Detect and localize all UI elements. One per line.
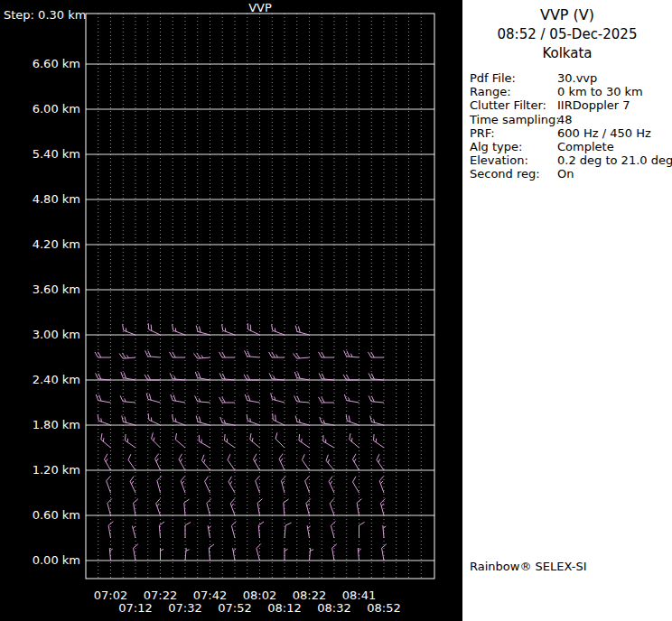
- y-axis-tick-label: 1.80 km: [33, 418, 80, 431]
- wind-barb-chart: 6.60 km6.00 km5.40 km4.80 km4.20 km3.60 …: [0, 0, 462, 621]
- chart-region: 6.60 km6.00 km5.40 km4.80 km4.20 km3.60 …: [0, 0, 462, 621]
- x-axis-tick-label: 08:32: [317, 601, 350, 615]
- info-field-label: Pdf File:: [470, 71, 557, 85]
- x-axis-tick-label: 07:02: [94, 589, 127, 602]
- info-panel: VVP (V) 08:52 / 05-Dec-2025 Kolkata Pdf …: [462, 0, 672, 621]
- info-field-value: 30.vvp: [557, 71, 597, 85]
- info-field-value: 0.2 deg to 21.0 deg: [557, 153, 672, 167]
- x-axis-tick-label: 08:41: [342, 589, 376, 602]
- y-axis-tick-label: 6.00 km: [33, 102, 80, 116]
- x-axis-tick-label: 07:42: [193, 589, 227, 602]
- info-field-label: Clutter Filter:: [470, 98, 557, 112]
- x-axis-tick-label: 07:12: [118, 601, 152, 615]
- y-axis-tick-label: 2.40 km: [33, 373, 80, 386]
- x-axis-tick-label: 07:22: [144, 589, 177, 602]
- info-field-label: Elevation:: [470, 153, 557, 167]
- x-axis-tick-label: 08:22: [293, 589, 326, 602]
- info-field-value: 48: [557, 113, 573, 126]
- info-field-label: PRF:: [470, 126, 557, 140]
- x-axis-tick-label: 08:52: [367, 601, 400, 615]
- info-field-label: Alg type:: [470, 140, 557, 153]
- info-field-row: Second reg:On: [470, 167, 672, 181]
- y-axis-tick-label: 0.60 km: [33, 508, 80, 522]
- y-axis-tick-label: 3.60 km: [33, 283, 80, 296]
- x-axis-tick-label: 07:52: [218, 601, 251, 615]
- info-field-label: Range:: [470, 85, 557, 98]
- y-axis-tick-label: 3.00 km: [33, 328, 80, 341]
- info-field-value: 600 Hz / 450 Hz: [557, 126, 651, 140]
- info-field-row: Alg type:Complete: [470, 140, 672, 153]
- site-name: Kolkata: [462, 45, 672, 61]
- x-axis-tick-label: 08:02: [243, 589, 276, 602]
- product-title: VVP (V): [462, 6, 672, 23]
- info-field-row: PRF:600 Hz / 450 Hz: [470, 126, 672, 140]
- vvp-product-window: 6.60 km6.00 km5.40 km4.80 km4.20 km3.60 …: [0, 0, 672, 621]
- info-field-value: 0 km to 30 km: [557, 85, 643, 98]
- info-field-row: Pdf File:30.vvp: [470, 71, 672, 85]
- info-field-value: Complete: [557, 140, 614, 153]
- y-axis-tick-label: 1.20 km: [33, 463, 80, 477]
- info-field-row: Range:0 km to 30 km: [470, 85, 672, 98]
- y-axis-tick-label: 4.80 km: [33, 192, 80, 206]
- step-label: Step: 0.30 km: [4, 8, 86, 22]
- product-datetime: 08:52 / 05-Dec-2025: [462, 26, 672, 42]
- y-axis-tick-label: 4.20 km: [33, 237, 80, 251]
- info-field-row: Clutter Filter:IIRDoppler 7: [470, 98, 672, 112]
- y-axis-tick-label: 0.00 km: [33, 553, 80, 567]
- vendor-footer: Rainbow® SELEX-SI: [470, 560, 587, 573]
- x-axis-tick-label: 07:32: [168, 601, 201, 615]
- info-field-label: Second reg:: [470, 167, 557, 181]
- info-field-label: Time sampling:: [470, 113, 557, 126]
- info-field-row: Time sampling:48: [470, 113, 672, 126]
- info-field-row: Elevation:0.2 deg to 21.0 deg: [470, 153, 672, 167]
- info-field-value: On: [557, 167, 574, 181]
- y-axis-tick-label: 6.60 km: [33, 57, 80, 70]
- y-axis-tick-label: 5.40 km: [33, 147, 80, 161]
- product-fields: Pdf File:30.vvpRange:0 km to 30 kmClutte…: [462, 71, 672, 181]
- chart-title: VVP: [86, 1, 434, 14]
- info-field-value: IIRDoppler 7: [557, 98, 630, 112]
- x-axis-tick-label: 08:12: [267, 601, 301, 615]
